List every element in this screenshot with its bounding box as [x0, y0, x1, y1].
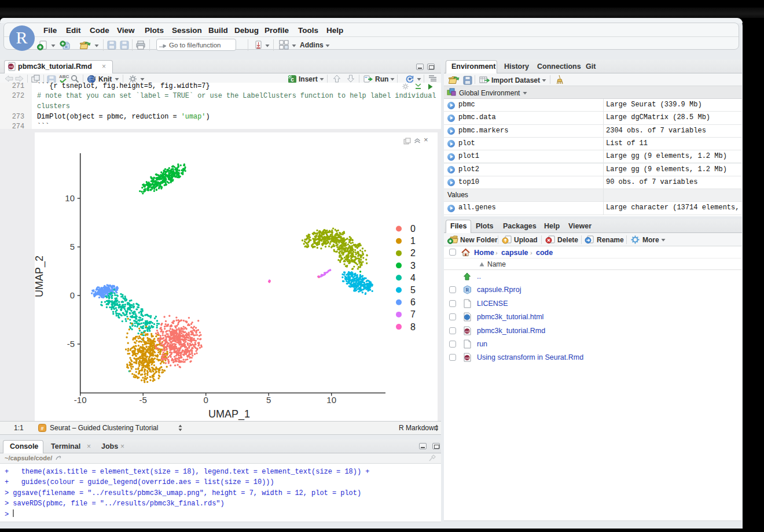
- svg-text:10: 10: [65, 193, 75, 203]
- svg-text:6: 6: [410, 297, 416, 307]
- svg-text:md: md: [465, 329, 469, 332]
- svg-text:8: 8: [410, 322, 416, 332]
- svg-text:#: #: [41, 426, 43, 431]
- svg-text:0: 0: [410, 224, 416, 234]
- svg-text:md: md: [465, 356, 469, 360]
- svg-text:0: 0: [204, 395, 208, 405]
- svg-text:md: md: [9, 65, 13, 68]
- svg-text:2: 2: [410, 248, 416, 258]
- svg-text:5: 5: [410, 285, 416, 295]
- svg-text:10: 10: [326, 395, 336, 405]
- svg-text:1: 1: [410, 236, 416, 246]
- svg-text:0: 0: [70, 290, 75, 300]
- svg-text:UMAP_1: UMAP_1: [208, 408, 250, 420]
- svg-text:5: 5: [266, 395, 271, 405]
- svg-text:3: 3: [410, 261, 416, 271]
- svg-text:4: 4: [410, 273, 416, 283]
- svg-text:UMAP_2: UMAP_2: [35, 256, 46, 297]
- svg-text:7: 7: [410, 309, 416, 319]
- svg-text:-5: -5: [67, 339, 75, 349]
- svg-text:5: 5: [70, 242, 75, 252]
- svg-text:R: R: [466, 287, 469, 293]
- svg-text:-5: -5: [139, 395, 147, 405]
- svg-text:R: R: [65, 45, 68, 49]
- svg-text:-10: -10: [74, 395, 87, 405]
